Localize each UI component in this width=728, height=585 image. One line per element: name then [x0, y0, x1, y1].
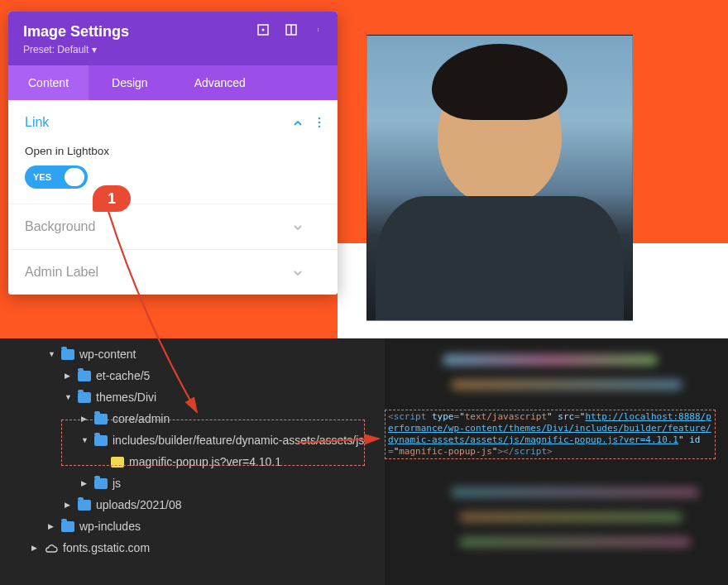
folder-icon [78, 392, 91, 403]
cloud-icon [45, 543, 58, 553]
folder-icon [94, 478, 108, 489]
image-settings-panel: Image Settings Preset: Default ▾ Content… [8, 12, 338, 295]
tree-row[interactable]: ▶js [0, 472, 385, 494]
expand-icon [293, 266, 303, 281]
more-icon[interactable] [313, 23, 326, 36]
section-more-icon[interactable] [318, 117, 321, 132]
svg-point-1 [262, 29, 265, 31]
file-tree: ▼wp-content▶et-cache/5▼themes/Divi▶core/… [0, 338, 385, 585]
twisty-icon: ▼ [65, 393, 73, 401]
section-link-title[interactable]: Link [25, 115, 321, 130]
svg-point-8 [318, 122, 321, 124]
tree-item-label: wp-includes [79, 520, 141, 533]
js-file-icon [111, 457, 124, 468]
chevron-down-icon: ▾ [92, 44, 97, 55]
tabs: Content Design Advanced [8, 65, 338, 100]
toggle-knob [65, 168, 84, 186]
tree-item-label: wp-content [79, 348, 136, 361]
section-admin-label[interactable]: Admin Label [8, 249, 338, 295]
tree-row[interactable]: ▶core/admin [0, 408, 385, 429]
twisty-icon: ▼ [81, 436, 89, 444]
tree-item-label: uploads/2021/08 [96, 498, 182, 511]
svg-point-4 [318, 28, 318, 29]
tree-row[interactable]: ▼themes/Divi [0, 386, 385, 408]
tree-row[interactable]: ▶fonts.gstatic.com [0, 537, 385, 559]
folder-icon [94, 414, 108, 424]
annotation-badge-1: 1 [93, 185, 131, 212]
twisty-icon: ▶ [65, 501, 73, 509]
expand-icon[interactable] [256, 23, 270, 36]
columns-icon[interactable] [285, 23, 298, 36]
twisty-icon: ▶ [31, 544, 40, 552]
toggle-yes-label: YES [33, 172, 51, 182]
folder-icon [94, 435, 108, 446]
folder-icon [61, 349, 74, 360]
tree-row[interactable]: ▶et-cache/5 [0, 365, 385, 386]
svg-point-6 [318, 31, 318, 31]
preset-selector[interactable]: Preset: Default ▾ [23, 44, 323, 55]
collapse-icon[interactable] [293, 117, 303, 132]
tree-row[interactable]: magnific-popup.js?ver=4.10.1 [0, 451, 385, 472]
section-background[interactable]: Background [8, 204, 338, 249]
section-background-title: Background [25, 219, 321, 234]
lightbox-toggle[interactable]: YES [25, 165, 88, 189]
folder-icon [78, 500, 91, 511]
tree-row[interactable]: ▶uploads/2021/08 [0, 494, 385, 515]
tree-row[interactable]: ▼wp-content [0, 343, 385, 365]
panel-header: Image Settings Preset: Default ▾ [8, 12, 338, 65]
code-editor: <script type="text/javascript" src="http… [385, 338, 728, 585]
tree-item-label: fonts.gstatic.com [63, 541, 150, 554]
tree-item-label: et-cache/5 [96, 369, 150, 382]
twisty-icon: ▶ [81, 415, 89, 423]
svg-point-5 [318, 30, 318, 31]
section-admin-label-title: Admin Label [25, 265, 321, 280]
tab-content[interactable]: Content [8, 65, 89, 100]
twisty-icon: ▶ [65, 372, 73, 380]
folder-icon [61, 521, 74, 532]
preset-label: Preset: Default [23, 44, 89, 55]
tree-item-label: magnific-popup.js?ver=4.10.1 [129, 455, 281, 468]
folder-icon [78, 371, 91, 381]
svg-point-7 [318, 117, 321, 120]
twisty-icon: ▼ [48, 350, 56, 358]
preview-image[interactable] [366, 35, 633, 321]
tab-design[interactable]: Design [89, 65, 171, 100]
svg-point-9 [318, 126, 321, 128]
tree-item-label: includes/builder/feature/dynamic-assets/… [113, 434, 364, 447]
tree-row[interactable]: ▶wp-includes [0, 515, 385, 537]
tree-item-label: core/admin [113, 412, 170, 425]
expand-icon [293, 221, 303, 236]
twisty-icon: ▶ [48, 522, 56, 530]
tab-advanced[interactable]: Advanced [171, 65, 269, 100]
section-link: Link Open in Lightbox YES [8, 100, 338, 204]
twisty-icon: ▶ [81, 479, 89, 487]
tree-item-label: themes/Divi [96, 391, 156, 404]
code-line: <script type="text/javascript" src="http… [385, 411, 717, 458]
tree-row[interactable]: ▼includes/builder/feature/dynamic-assets… [0, 429, 385, 451]
lightbox-label: Open in Lightbox [25, 145, 321, 157]
tree-item-label: js [113, 477, 121, 490]
